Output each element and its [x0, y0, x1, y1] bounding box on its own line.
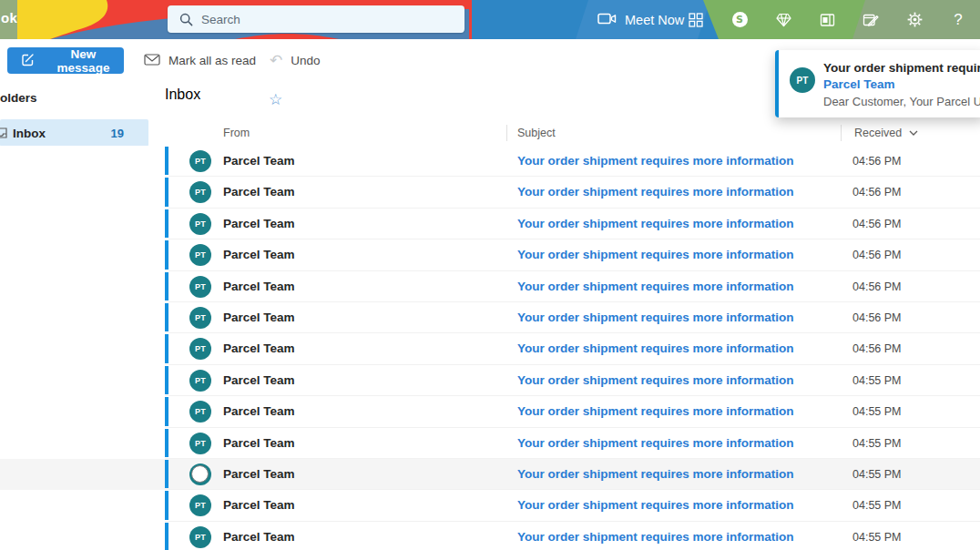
sender-avatar[interactable]: PT [189, 433, 211, 454]
sidebar-item-inbox[interactable]: Inbox 19 [0, 119, 148, 147]
message-subject[interactable]: Your order shipment requires more inform… [517, 248, 794, 261]
message-row[interactable]: PT Parcel Team Your order shipment requi… [0, 177, 980, 208]
message-row[interactable]: PT Parcel Team Your order shipment requi… [0, 333, 980, 364]
received-time: 04:56 PM [852, 311, 902, 324]
sender-avatar[interactable]: PT [189, 526, 211, 548]
skype-icon[interactable]: S [718, 0, 761, 39]
toast-preview: Dear Customer, Your Parcel U [823, 95, 980, 108]
message-row[interactable]: PT Parcel Team Your order shipment requi… [0, 365, 980, 396]
sender-name: Parcel Team [223, 185, 295, 199]
message-row[interactable]: PT Parcel Team Your order shipment requi… [0, 209, 980, 239]
topbar-icon-strip: S ? [674, 0, 980, 39]
sender-avatar[interactable]: PT [189, 401, 211, 423]
message-row[interactable]: PT Parcel Team Your order shipment requi… [0, 271, 980, 302]
help-icon[interactable]: ? [936, 0, 980, 39]
toast-accent-bar [775, 50, 779, 117]
sidebar-item-label: Inbox [13, 127, 46, 140]
unread-indicator [165, 178, 168, 206]
received-time: 04:55 PM [852, 499, 902, 512]
sender-avatar[interactable]: PT [189, 370, 211, 392]
sender-name: Parcel Team [223, 404, 295, 418]
apps-grid-icon[interactable] [674, 0, 718, 39]
sender-name: Parcel Team [223, 311, 295, 324]
sender-name: Parcel Team [223, 436, 295, 450]
undo-label: Undo [291, 54, 320, 67]
column-header-subject[interactable]: Subject [517, 127, 556, 139]
undo-button[interactable]: ↶ Undo [270, 39, 321, 82]
unread-indicator [165, 272, 168, 300]
message-subject[interactable]: Your order shipment requires more inform… [517, 185, 794, 199]
message-row[interactable]: PT Parcel Team Your order shipment requi… [0, 239, 980, 270]
sender-avatar[interactable]: PT [189, 276, 211, 298]
undo-icon: ↶ [270, 53, 282, 68]
message-row[interactable]: PT Parcel Team Your order shipment requi… [0, 522, 980, 550]
unread-indicator [165, 460, 168, 488]
message-row[interactable]: PT Parcel Team Your order shipment requi… [0, 396, 980, 427]
unread-indicator [165, 366, 168, 394]
message-subject[interactable]: Your order shipment requires more inform… [517, 373, 794, 387]
new-message-button[interactable]: New message [7, 47, 124, 74]
select-circle[interactable] [191, 465, 209, 483]
chevron-down-icon [909, 130, 918, 136]
tasks-icon[interactable] [849, 0, 893, 39]
mark-all-as-read-button[interactable]: Mark all as read [144, 39, 256, 82]
outlook-window: ok Search Meet Now S [0, 0, 980, 550]
message-subject[interactable]: Your order shipment requires more inform… [517, 467, 794, 481]
message-subject[interactable]: Your order shipment requires more inform… [517, 154, 794, 168]
sender-avatar[interactable]: PT [189, 213, 211, 235]
sender-name: Parcel Team [223, 154, 295, 168]
sender-name: Parcel Team [223, 280, 295, 293]
message-row[interactable]: PT Parcel Team Your order shipment requi… [0, 146, 980, 177]
received-label: Received [854, 127, 902, 139]
unread-indicator [165, 209, 168, 238]
search-input[interactable]: Search [168, 5, 464, 33]
message-subject[interactable]: Your order shipment requires more inform… [517, 341, 794, 355]
new-message-label: New message [43, 47, 124, 75]
sender-avatar[interactable]: PT [189, 307, 211, 329]
received-time: 04:56 PM [852, 342, 902, 355]
received-time: 04:56 PM [852, 155, 902, 168]
message-subject[interactable]: Your order shipment requires more inform… [517, 311, 794, 324]
toast-title: Your order shipment requires [823, 61, 980, 75]
camera-icon [597, 12, 617, 28]
sender-avatar[interactable]: PT [189, 244, 211, 266]
column-divider [506, 125, 507, 141]
inbox-icon [0, 126, 8, 140]
message-row[interactable]: PT Parcel Team Your order shipment requi… [0, 490, 980, 521]
envelope-icon [144, 53, 160, 69]
message-row[interactable]: Parcel Team Your order shipment requires… [0, 459, 980, 490]
sender-avatar[interactable]: PT [189, 181, 211, 203]
folders-section-header: olders [0, 91, 37, 105]
message-subject[interactable]: Your order shipment requires more inform… [517, 436, 794, 450]
received-time: 04:56 PM [852, 280, 902, 293]
new-mail-notification-toast[interactable]: PT Your order shipment requires Parcel T… [775, 50, 980, 117]
meet-now-button[interactable]: Meet Now [597, 0, 684, 39]
message-subject[interactable]: Your order shipment requires more inform… [517, 217, 794, 230]
sender-name: Parcel Team [223, 467, 295, 481]
message-row[interactable]: PT Parcel Team Your order shipment requi… [0, 302, 980, 333]
sender-avatar[interactable]: PT [189, 338, 211, 360]
settings-icon[interactable] [893, 0, 936, 39]
mark-all-as-read-label: Mark all as read [168, 54, 256, 67]
message-row[interactable]: PT Parcel Team Your order shipment requi… [0, 428, 980, 459]
message-subject[interactable]: Your order shipment requires more inform… [517, 280, 794, 293]
unread-indicator [165, 491, 168, 519]
column-header-received[interactable]: Received [854, 127, 918, 139]
list-column-headers: From Subject Received [165, 121, 980, 147]
unread-indicator [165, 397, 168, 425]
toast-sender-link[interactable]: Parcel Team [823, 77, 895, 91]
message-subject[interactable]: Your order shipment requires more inform… [517, 498, 794, 512]
received-time: 04:56 PM [852, 249, 902, 261]
notebook-icon[interactable] [805, 0, 849, 39]
sender-avatar[interactable]: PT [189, 150, 211, 172]
favorite-star-icon[interactable]: ☆ [269, 90, 282, 108]
unread-indicator [165, 147, 168, 175]
message-subject[interactable]: Your order shipment requires more inform… [517, 530, 794, 544]
sender-avatar[interactable]: PT [189, 494, 211, 516]
toast-avatar: PT [790, 67, 815, 93]
column-header-from[interactable]: From [223, 127, 250, 139]
column-divider [841, 125, 842, 141]
search-icon [179, 13, 193, 26]
message-subject[interactable]: Your order shipment requires more inform… [517, 404, 794, 418]
premium-icon[interactable] [761, 0, 805, 39]
